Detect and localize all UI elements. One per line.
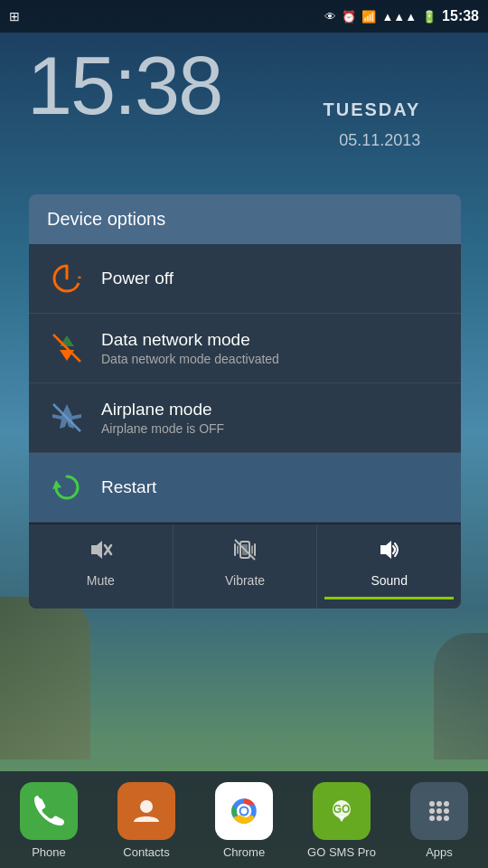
status-bar: ⊞ 👁 ⏰ 📶 ▲▲▲ 🔋 15:38 — [0, 0, 488, 33]
clock-display: 15:38 — [27, 45, 221, 127]
svg-marker-2 — [60, 335, 74, 346]
battery-icon: 🔋 — [422, 10, 436, 24]
status-time: 15:38 — [442, 8, 479, 24]
phone-icon — [20, 782, 78, 840]
restart-item[interactable]: Restart — [29, 453, 461, 523]
dock-phone[interactable]: Phone — [8, 782, 89, 859]
rock-right — [434, 633, 488, 760]
phone-label: Phone — [32, 845, 66, 859]
apps-icon — [410, 782, 468, 840]
svg-point-30 — [436, 808, 442, 814]
mute-icon — [88, 537, 113, 568]
vibrate-icon — [232, 537, 258, 568]
airplane-icon — [47, 398, 87, 438]
gallery-icon: ⊞ — [9, 9, 20, 24]
svg-point-18 — [140, 800, 153, 813]
mute-button[interactable]: Mute — [29, 524, 174, 609]
data-network-icon — [47, 328, 87, 368]
svg-point-31 — [444, 808, 449, 814]
dialog-title: Device options — [29, 194, 461, 244]
svg-point-32 — [429, 816, 435, 821]
svg-point-22 — [241, 808, 248, 815]
status-left-icons: ⊞ — [9, 9, 20, 24]
alarm-icon: ⏰ — [342, 10, 356, 24]
power-icon — [47, 259, 87, 298]
data-network-item[interactable]: Data network mode Data network mode deac… — [29, 314, 461, 383]
wifi-icon: 📶 — [361, 10, 376, 24]
svg-marker-7 — [91, 541, 102, 559]
contacts-icon — [117, 782, 175, 840]
chrome-label: Chrome — [223, 845, 265, 859]
dock-apps[interactable]: Apps — [399, 782, 480, 859]
airplane-mode-text: Airplane mode Airplane mode is OFF — [101, 400, 443, 436]
clock-area: 15:38 TUESDAY 05.11.2013 — [27, 45, 221, 127]
sound-icon — [377, 537, 402, 568]
eye-icon: 👁 — [324, 10, 336, 24]
gosms-label: GO SMS Pro — [307, 845, 376, 859]
sound-label: Sound — [371, 573, 407, 588]
svg-point-34 — [444, 816, 449, 821]
clock-day: TUESDAY — [324, 99, 421, 120]
svg-point-26 — [429, 801, 435, 807]
data-network-subtitle: Data network mode deactivated — [101, 352, 443, 366]
vibrate-button[interactable]: Vibrate — [174, 524, 318, 609]
data-network-label: Data network mode — [101, 330, 443, 350]
svg-point-33 — [436, 816, 442, 821]
dock: Phone Contacts — [0, 771, 488, 868]
rock-left — [0, 597, 90, 760]
svg-point-29 — [429, 808, 435, 814]
data-network-text: Data network mode Data network mode deac… — [101, 330, 443, 366]
device-options-dialog: Device options Power off Data network mo… — [29, 194, 461, 609]
svg-marker-4 — [60, 350, 74, 361]
apps-label: Apps — [426, 845, 453, 859]
airplane-mode-item[interactable]: Airplane mode Airplane mode is OFF — [29, 383, 461, 453]
power-off-item[interactable]: Power off — [29, 244, 461, 314]
signal-icon: ▲▲▲ — [381, 10, 417, 24]
sound-active-indicator — [324, 597, 454, 599]
mute-label: Mute — [87, 573, 115, 588]
power-off-label: Power off — [101, 269, 443, 288]
airplane-mode-subtitle: Airplane mode is OFF — [101, 421, 443, 436]
restart-label: Restart — [101, 477, 443, 497]
sound-controls: Mute Vibrate — [29, 523, 461, 609]
contacts-label: Contacts — [123, 845, 169, 859]
clock-date: 05.11.2013 — [339, 131, 420, 150]
svg-marker-6 — [52, 480, 61, 489]
status-right-icons: 👁 ⏰ 📶 ▲▲▲ 🔋 15:38 — [324, 8, 479, 24]
vibrate-label: Vibrate — [225, 573, 265, 588]
airplane-mode-label: Airplane mode — [101, 400, 443, 420]
sound-button[interactable]: Sound — [317, 524, 461, 609]
svg-point-28 — [444, 801, 449, 807]
gosms-icon: GO — [313, 782, 371, 840]
restart-text: Restart — [101, 477, 443, 497]
chrome-icon — [215, 782, 273, 840]
restart-icon — [47, 467, 87, 507]
svg-text:GO: GO — [333, 803, 351, 816]
dock-contacts[interactable]: Contacts — [106, 782, 187, 859]
power-off-text: Power off — [101, 269, 443, 288]
dock-chrome[interactable]: Chrome — [203, 782, 285, 859]
dock-gosms[interactable]: GO GO SMS Pro — [301, 782, 382, 859]
svg-point-27 — [436, 801, 442, 807]
svg-marker-17 — [380, 541, 391, 559]
svg-marker-24 — [338, 816, 345, 822]
